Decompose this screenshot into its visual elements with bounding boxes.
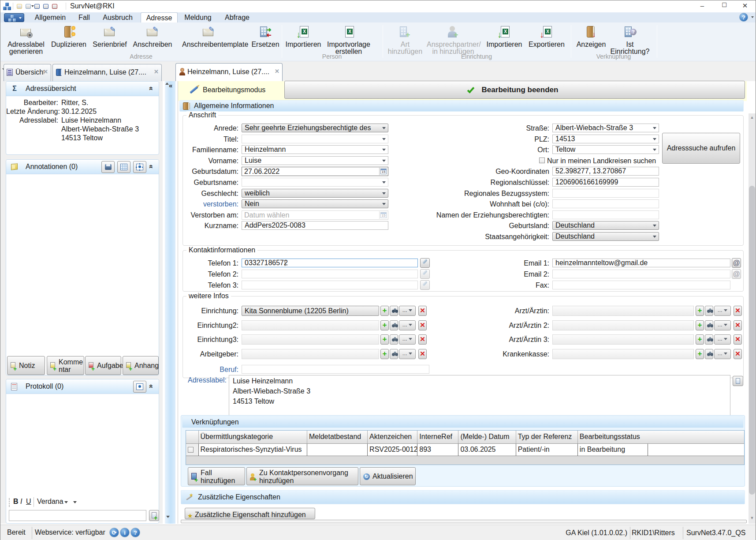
table-header-Typ der Referenz[interactable]: Typ der Referenz (516, 431, 577, 443)
field-geburtsname[interactable] (242, 178, 388, 187)
save-all-icon[interactable] (34, 3, 41, 10)
help-icon[interactable]: ? (739, 13, 748, 22)
search-button[interactable] (705, 306, 713, 316)
adresslabel-textarea[interactable]: Luise HeinzelmannAlbert-Wiebach-Straße 3… (229, 375, 730, 418)
field-kurzname[interactable]: AddPers2025-0083 (242, 221, 388, 230)
document-tab-2[interactable]: Heinzelmann, Luise (27....✕ (52, 64, 162, 81)
protocol-note-input[interactable] (9, 510, 146, 521)
field-familienname[interactable]: Heinzelmann (242, 145, 388, 154)
new-icon[interactable] (16, 3, 23, 10)
address-search-button[interactable]: Adresssuche aufrufen (662, 133, 740, 164)
ribbon-tab-meldung[interactable]: Meldung (180, 12, 216, 22)
print-icon[interactable] (52, 3, 58, 10)
options-button[interactable]: ... (714, 349, 731, 359)
email-button[interactable]: @ (732, 258, 741, 268)
webservice-refresh-icon[interactable]: ⟳ (109, 528, 119, 537)
zusaetzliche-add-button[interactable]: ★Zusätzliche Eigenschaft hinzufügen (185, 508, 315, 519)
add-button[interactable]: + (696, 349, 704, 359)
field-staatsangehörigkeit[interactable]: Deutschland (552, 232, 659, 241)
annotation-expand-button[interactable] (133, 161, 146, 173)
remove-button[interactable]: ✕ (734, 349, 742, 359)
document-tab-3[interactable]: Heinzelmann, Luise (27....✕ (175, 63, 283, 81)
field-namendererziehungsberechtigten[interactable] (552, 210, 659, 219)
field-geokoordinaten[interactable]: 52.398277, 13.270867 (552, 167, 659, 176)
aufgabe-button[interactable]: +Aufgabe (85, 356, 121, 375)
ribbon-button-anschreiben[interactable]: ✎Anschreiben (126, 23, 179, 60)
tab-close-icon[interactable]: ✕ (275, 68, 279, 75)
remove-button[interactable]: ✕ (734, 306, 742, 316)
remove-button[interactable]: ✕ (734, 320, 742, 330)
zu-kontaktpersonenvorgang-hinzuf-gen-button[interactable]: +Zu Kontaktpersonenvorganghinzufügen (246, 467, 358, 485)
field-beruf[interactable] (242, 365, 429, 374)
annotation-grid-button[interactable] (117, 161, 130, 173)
vertical-scrollbar[interactable]: ▲▼ (749, 113, 756, 524)
search-button[interactable] (705, 320, 713, 330)
field-einrichtung3[interactable] (242, 334, 379, 345)
anhang-button[interactable]: +Anhang (123, 356, 159, 375)
bold-button[interactable]: B (13, 498, 19, 506)
app-menu-button[interactable] (4, 13, 24, 22)
sidebar-scroll-down-icon[interactable] (166, 516, 170, 518)
table-header-Aktenzeichen[interactable]: Aktenzeichen (368, 431, 417, 443)
maximize-button[interactable]: ☐ (718, 2, 731, 11)
row-checkbox[interactable] (188, 447, 194, 453)
field-ort[interactable]: Teltow (552, 145, 659, 154)
document-tab-1[interactable]: Übersicht✕ (4, 64, 51, 81)
close-button[interactable]: ✕ (738, 2, 752, 11)
minimize-button[interactable]: – (696, 2, 709, 11)
sidebar-scroll-up-icon[interactable] (165, 82, 169, 85)
table-header-(Melde-) Datum[interactable]: (Melde-) Datum (458, 431, 516, 443)
field-geschlecht[interactable]: weiblich (242, 189, 388, 198)
sidebar-splitter[interactable]: « (165, 81, 175, 524)
collapse-chevron-icon[interactable]: « (146, 382, 156, 392)
field-einrichtung2[interactable] (242, 320, 379, 330)
protocol-expand-button[interactable] (133, 381, 146, 393)
field-geburtsdatum[interactable]: 27.06.202215 (242, 167, 388, 176)
field-email-2[interactable] (552, 270, 730, 278)
underline-button[interactable]: U (26, 498, 31, 506)
collapse-chevron-icon[interactable]: « (146, 162, 156, 172)
collapse-sidebar-icon[interactable]: « (169, 82, 176, 90)
field-regionalesbezugssystem[interactable] (552, 189, 659, 198)
field-krankenkasse[interactable] (552, 349, 694, 359)
table-header-Bearbeitungsstatus[interactable]: Bearbeitungsstatus (577, 431, 648, 443)
ribbon-tab-ausbruch[interactable]: Ausbruch (97, 12, 138, 22)
ribbon-tab-fall[interactable]: Fall (74, 12, 95, 22)
ribbon-tab-allgemein[interactable]: Allgemein (30, 12, 71, 22)
ribbon-button-importvorlage-erstellen[interactable]: XImportvorlageerstellen (322, 23, 375, 60)
email-button[interactable]: @ (732, 269, 741, 279)
ribbon-button-ist-einrichtung-[interactable]: ?IstEinrichtung? (603, 23, 656, 60)
ribbon-tab-abfrage[interactable]: Abfrage (218, 12, 256, 22)
scroll-down-icon[interactable]: ▼ (749, 516, 756, 520)
annotation-save-button[interactable] (101, 161, 115, 173)
tab-close-icon[interactable]: ✕ (43, 68, 48, 75)
table-header-Meldetatbestand[interactable]: Meldetatbestand (307, 431, 367, 443)
font-dropdown-icon[interactable] (64, 501, 68, 503)
scroll-up-icon[interactable]: ▲ (749, 115, 756, 120)
collapse-chevron-icon[interactable]: « (146, 84, 156, 94)
save-icon[interactable] (43, 3, 49, 10)
horizontal-scrollbar[interactable] (181, 520, 747, 523)
scrollbar-thumb[interactable] (749, 186, 755, 495)
status-help-icon[interactable]: ? (130, 528, 140, 537)
field-verstorben[interactable]: Nein (242, 199, 388, 208)
field-email-1[interactable]: heinzelmannteltow@gmail.de (552, 259, 730, 267)
ribbon-button-importieren[interactable]: X↓Importieren (277, 23, 330, 60)
add-button[interactable]: + (696, 306, 704, 316)
options-button[interactable]: ... (714, 320, 731, 330)
size-dropdown-icon[interactable] (73, 501, 77, 503)
finish-edit-button[interactable]: Bearbeitung beenden (284, 81, 745, 99)
help-dropdown-icon[interactable] (751, 16, 754, 18)
info-icon[interactable]: i (120, 528, 130, 537)
field-arztrztin[interactable] (552, 306, 694, 316)
table-header-blank[interactable] (648, 431, 703, 443)
ribbon-tab-adresse[interactable]: Adresse (141, 12, 178, 23)
search-button[interactable] (705, 349, 713, 359)
table-header-blank[interactable] (703, 431, 744, 443)
table-header-InterneRef[interactable]: InterneRef (417, 431, 458, 443)
remove-button[interactable]: ✕ (734, 334, 742, 345)
field-vorname[interactable]: Luise (242, 156, 388, 165)
field-wohnhaftbeico[interactable] (552, 199, 659, 208)
add-button[interactable]: + (696, 334, 704, 345)
aktualisieren-button[interactable]: ↻Aktualisieren (360, 467, 416, 485)
